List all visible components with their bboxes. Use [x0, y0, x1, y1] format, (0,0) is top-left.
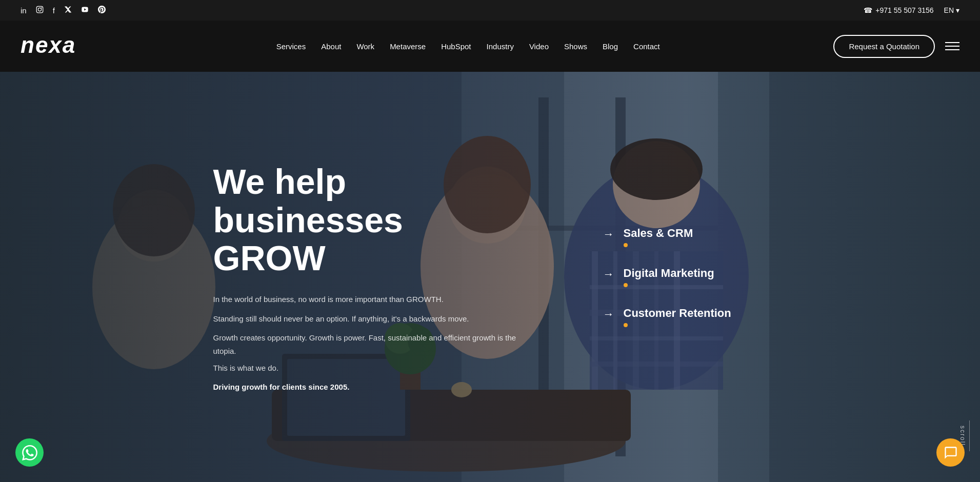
phone-text: +971 55 507 3156: [875, 6, 933, 14]
hamburger-menu[interactable]: [945, 42, 959, 50]
svg-text:nexa: nexa: [21, 32, 76, 57]
phone-icon: ☎: [864, 6, 872, 14]
orange-dot-sales: [624, 243, 628, 247]
hero-tagline: Driving growth for clients since 2005.: [213, 383, 521, 391]
arrow-icon-digital: →: [603, 268, 614, 281]
hero-title-line1: We help businesses: [213, 162, 403, 239]
nav-item-services[interactable]: Services: [276, 42, 306, 51]
service-name-retention: Customer Retention: [624, 307, 731, 320]
facebook-icon[interactable]: f: [53, 6, 55, 15]
whatsapp-button[interactable]: [15, 438, 44, 467]
hero-desc-4: This is what we do.: [213, 364, 521, 372]
nav-item-metaverse[interactable]: Metaverse: [390, 42, 426, 51]
hero-services: → Sales & CRM → Digital Marketing → Cust…: [603, 219, 767, 334]
service-item-digital-marketing[interactable]: → Digital Marketing: [603, 259, 767, 294]
service-name-digital: Digital Marketing: [624, 267, 714, 280]
language-selector[interactable]: EN ▾: [944, 6, 959, 14]
service-text-sales: Sales & CRM: [624, 227, 693, 247]
nav-item-industry[interactable]: Industry: [487, 42, 514, 51]
orange-dot-digital: [624, 283, 628, 287]
top-bar: in f ☎ +971 55 507 3156 EN ▾: [0, 0, 980, 21]
nav-item-hubspot[interactable]: HubSpot: [441, 42, 471, 51]
hero-section: We help businesses GROW In the world of …: [0, 72, 980, 482]
hero-title: We help businesses GROW: [213, 163, 521, 277]
svg-rect-0: [36, 6, 43, 13]
nav-item-work[interactable]: Work: [356, 42, 374, 51]
hero-content: We help businesses GROW In the world of …: [183, 163, 798, 391]
nav-item-about[interactable]: About: [321, 42, 341, 51]
nav-item-video[interactable]: Video: [529, 42, 549, 51]
arrow-icon-retention: →: [603, 308, 614, 321]
chat-button[interactable]: [936, 438, 965, 467]
svg-point-1: [38, 8, 41, 11]
top-bar-right: ☎ +971 55 507 3156 EN ▾: [864, 6, 959, 14]
pinterest-icon[interactable]: [98, 6, 106, 15]
youtube-icon[interactable]: [81, 6, 89, 15]
logo[interactable]: nexa: [21, 31, 103, 62]
nav-item-shows[interactable]: Shows: [564, 42, 587, 51]
hero-desc-1: In the world of business, no word is mor…: [213, 293, 521, 306]
header-right: Request a Quotation: [833, 35, 959, 58]
chevron-down-icon: ▾: [956, 6, 959, 14]
hamburger-line-3: [945, 49, 959, 50]
hero-desc-3: Growth creates opportunity. Growth is po…: [213, 331, 521, 357]
instagram-icon[interactable]: [36, 6, 44, 15]
hamburger-line-1: [945, 42, 959, 43]
service-item-customer-retention[interactable]: → Customer Retention: [603, 299, 767, 334]
twitter-icon[interactable]: [64, 6, 72, 15]
hero-left: We help businesses GROW In the world of …: [213, 163, 521, 391]
nav-item-blog[interactable]: Blog: [603, 42, 618, 51]
service-text-retention: Customer Retention: [624, 307, 731, 327]
phone-number[interactable]: ☎ +971 55 507 3156: [864, 6, 933, 14]
social-icons: in f: [21, 6, 106, 15]
linkedin-icon[interactable]: in: [21, 6, 27, 15]
header: nexa Services About Work Metaverse HubSp…: [0, 21, 980, 72]
svg-point-2: [41, 7, 42, 8]
nav-item-contact[interactable]: Contact: [633, 42, 660, 51]
hero-title-line2: GROW: [213, 238, 326, 277]
request-quotation-button[interactable]: Request a Quotation: [833, 35, 935, 58]
orange-dot-retention: [624, 323, 628, 327]
service-item-sales-crm[interactable]: → Sales & CRM: [603, 219, 767, 254]
scroll-line: [969, 420, 970, 451]
hero-desc-2: Standing still should never be an option…: [213, 312, 521, 326]
language-label: EN: [944, 6, 954, 14]
main-nav: Services About Work Metaverse HubSpot In…: [276, 42, 660, 51]
hamburger-line-2: [945, 46, 959, 47]
service-name-sales: Sales & CRM: [624, 227, 693, 240]
service-text-digital: Digital Marketing: [624, 267, 714, 287]
arrow-icon-sales: →: [603, 228, 614, 241]
